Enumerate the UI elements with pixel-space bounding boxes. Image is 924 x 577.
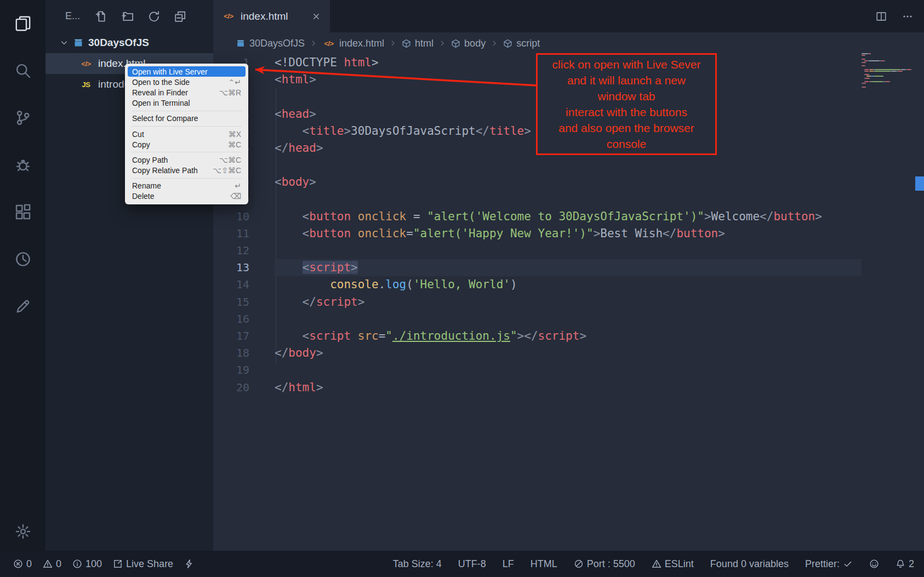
code-line-13[interactable]: 13 <script> [213, 259, 924, 276]
status-lf[interactable]: LF [503, 558, 514, 570]
menu-item-reveal-in-finder[interactable]: Reveal in Finder⌥⌘R [125, 87, 248, 98]
activitybar-feedback-button[interactable] [14, 297, 32, 316]
minimap-line [862, 74, 915, 75]
status-label: Live Share [126, 558, 173, 570]
menu-item-label: Cut [132, 130, 144, 139]
code-line-16[interactable]: 16 [213, 311, 924, 328]
new-file-button[interactable] [95, 10, 107, 22]
status-bolt-indicator[interactable] [184, 559, 194, 569]
status-prettier[interactable]: Prettier: [805, 558, 853, 570]
menu-separator [132, 152, 242, 152]
breadcrumb-index-html[interactable]: </>index.html [322, 38, 384, 49]
code-line-9[interactable]: 9 [213, 191, 924, 208]
status-html[interactable]: HTML [531, 558, 557, 570]
code-line-7[interactable]: 7 [213, 157, 924, 174]
code-text: </script> [249, 294, 364, 311]
code-text: <body> [249, 174, 316, 191]
folder-row-30daysofjs[interactable]: 30DaysOfJS [45, 32, 213, 53]
annotation-line: and also open the browser [540, 120, 713, 136]
tab-index-html[interactable]: </> index.html [213, 0, 330, 32]
menu-item-label: Open with Live Server [132, 67, 208, 76]
code-line-11[interactable]: 11 <button onclick="alert('Happy New Yea… [213, 225, 924, 242]
activitybar-debug-button[interactable] [14, 156, 32, 174]
status-100[interactable]: 100 [72, 558, 102, 570]
status-label: 0 [26, 558, 32, 570]
collapse-all-button[interactable] [174, 10, 186, 22]
error-icon [13, 559, 23, 569]
code-line-8[interactable]: 8<body> [213, 174, 924, 191]
menu-item-select-for-compare[interactable]: Select for Compare [125, 113, 248, 124]
code-line-12[interactable]: 12 [213, 242, 924, 259]
menu-item-copy-relative-path[interactable]: Copy Relative Path⌥⇧⌘C [125, 165, 248, 176]
activitybar-extensions-button[interactable] [14, 203, 32, 221]
activitybar-settings-button[interactable] [14, 522, 32, 541]
status-eslint[interactable]: ESLint [652, 558, 694, 570]
status-smiley-indicator[interactable] [869, 559, 879, 569]
code-line-18[interactable]: 18</body> [213, 345, 924, 362]
status-port-5500[interactable]: Port : 5500 [574, 558, 635, 570]
code-line-15[interactable]: 15 </script> [213, 294, 924, 311]
code-line-17[interactable]: 17 <script src="./introduction.js"></scr… [213, 328, 924, 345]
menu-item-open-with-live-server[interactable]: Open with Live Server [128, 66, 246, 77]
warning-icon [652, 559, 661, 569]
activitybar-source-control-button[interactable] [14, 108, 32, 127]
line-number: 11 [213, 225, 249, 242]
status-0[interactable]: 0 [43, 558, 61, 570]
html-file-icon: </> [322, 39, 335, 48]
activitybar-search-button[interactable] [14, 61, 32, 80]
activitybar-history-button[interactable] [14, 250, 32, 268]
status-bar-right: Tab Size: 4UTF-8LFHTMLPort : 5500ESLintF… [393, 558, 914, 570]
code-line-14[interactable]: 14 console.log('Hello, World') [213, 276, 924, 293]
status-2[interactable]: 2 [896, 558, 914, 570]
breadcrumb-script[interactable]: script [503, 38, 540, 49]
status-label: Found 0 variables [710, 558, 789, 570]
code-text: </body> [249, 345, 323, 362]
menu-item-shortcut: ⌥⇧⌘C [213, 166, 241, 175]
menu-item-label: Copy Path [132, 156, 168, 164]
menu-item-delete[interactable]: Delete⌫ [125, 191, 248, 202]
menu-item-copy[interactable]: Copy⌘C [125, 139, 248, 150]
status-label: 100 [85, 558, 102, 570]
status-label: 0 [56, 558, 61, 570]
menu-item-open-to-the-side[interactable]: Open to the Side⌃↵ [125, 77, 248, 87]
menu-item-cut[interactable]: Cut⌘X [125, 129, 248, 139]
settings-icon [15, 523, 31, 540]
close-icon[interactable] [311, 12, 321, 21]
status-0[interactable]: 0 [13, 558, 32, 570]
check-icon [843, 559, 853, 569]
status-live-share[interactable]: Live Share [113, 558, 173, 570]
menu-item-label: Reveal in Finder [132, 88, 188, 97]
menu-item-open-in-terminal[interactable]: Open in Terminal [125, 98, 248, 108]
menu-item-rename[interactable]: Rename↵ [125, 181, 248, 191]
refresh-button[interactable] [148, 10, 160, 22]
breadcrumb-separator-icon [310, 39, 317, 47]
breadcrumb-body[interactable]: body [451, 38, 486, 49]
code-line-19[interactable]: 19 [213, 362, 924, 379]
code-text: </html> [249, 379, 323, 396]
folder-icon [73, 37, 84, 48]
split-editor-icon[interactable] [876, 11, 887, 22]
status-found-0-variables[interactable]: Found 0 variables [710, 558, 789, 570]
annotation-line: console [540, 136, 713, 152]
menu-item-label: Open to the Side [132, 78, 190, 87]
warning-icon [43, 559, 53, 569]
status-tab-size-4[interactable]: Tab Size: 4 [393, 558, 442, 570]
explorer-actions [95, 10, 186, 22]
new-folder-button[interactable] [122, 10, 134, 22]
code-line-20[interactable]: 20</html> [213, 379, 924, 396]
menu-separator [132, 126, 242, 127]
folder-name: 30DaysOfJS [88, 37, 149, 49]
code-line-10[interactable]: 10 <button onclick = "alert('Welcome to … [213, 208, 924, 225]
code-text: <!DOCTYPE html> [249, 54, 379, 71]
activitybar-files-button[interactable] [14, 14, 32, 33]
current-line-highlight [275, 259, 862, 276]
minimap[interactable] [862, 53, 915, 88]
menu-separator [132, 178, 242, 179]
breadcrumb-30daysofjs[interactable]: 30DaysOfJS [236, 38, 305, 49]
more-actions-icon[interactable] [902, 11, 913, 22]
breadcrumb-html[interactable]: html [402, 38, 434, 49]
menu-item-copy-path[interactable]: Copy Path⌥⌘C [125, 155, 248, 165]
status-label: Tab Size: 4 [393, 558, 442, 570]
status-utf-8[interactable]: UTF-8 [458, 558, 486, 570]
status-label: HTML [531, 558, 557, 570]
